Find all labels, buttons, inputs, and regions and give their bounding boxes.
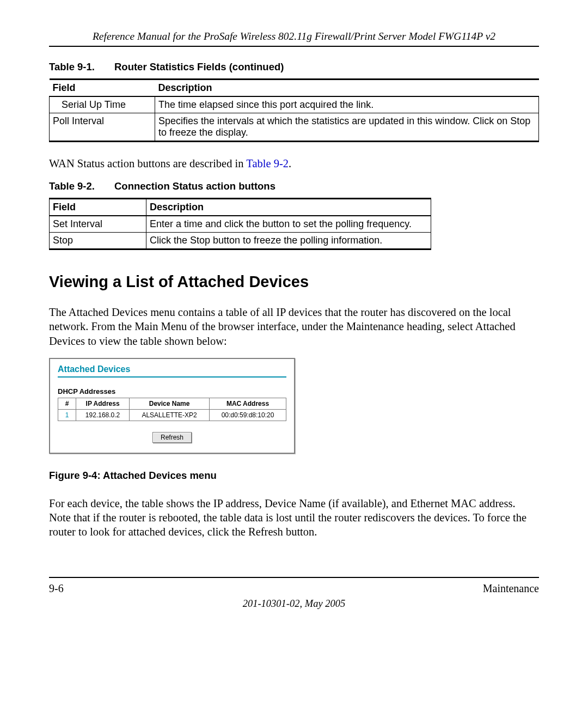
figure-9-4-caption: Figure 9-4: Attached Devices menu [49,469,539,482]
refresh-button[interactable]: Refresh [152,432,192,443]
footer-docnum: 201-10301-02, May 2005 [49,598,539,610]
col-ip: IP Address [76,398,130,409]
footer-chapter: Maintenance [483,582,539,595]
attached-devices-rule [58,376,286,378]
cell-name: ALSALLETTE-XP2 [130,409,210,421]
footer-page-number: 9-6 [49,582,64,595]
table-row: 1 192.168.0.2 ALSALLETTE-XP2 00:d0:59:d8… [58,409,286,421]
header-rule [49,46,539,47]
table-9-1-col-field: Field [50,80,155,97]
cell-desc: The time elapsed since this port acquire… [155,96,539,113]
paragraph-wan-status: WAN Status action buttons are described … [49,156,539,171]
cell-field: Serial Up Time [50,96,155,113]
cell-desc: Click the Stop button to freeze the poll… [146,233,431,249]
table-9-2: Field Description Set Interval Enter a t… [49,198,431,250]
attached-devices-table: # IP Address Device Name MAC Address 1 1… [58,398,286,421]
cell-desc: Specifies the intervals at which the sta… [155,113,539,142]
cell-field: Poll Interval [50,113,155,142]
text: WAN Status action buttons are described … [49,157,246,169]
page-footer: 9-6 Maintenance 201-10301-02, May 2005 [49,577,539,610]
section-heading: Viewing a List of Attached Devices [49,273,539,291]
cell-desc: Enter a time and click the button to set… [146,216,431,233]
cell-field: Stop [50,233,146,249]
table-9-1-caption: Table 9-1.Router Statistics Fields (cont… [49,61,539,73]
table-9-1-caption-title: Router Statistics Fields (continued) [114,61,284,72]
link-table-9-2[interactable]: Table 9-2 [246,157,289,169]
cell-ip: 192.168.0.2 [76,409,130,421]
table-9-1-caption-label: Table 9-1. [49,61,95,72]
table-9-2-caption-title: Connection Status action buttons [114,180,275,192]
table-row: Poll Interval Specifies the intervals at… [50,113,539,142]
table-row: Set Interval Enter a time and click the … [50,216,431,233]
attached-devices-title: Attached Devices [58,364,286,374]
footer-rule [49,577,539,578]
col-mac: MAC Address [210,398,286,409]
cell-mac: 00:d0:59:d8:10:20 [210,409,286,421]
cell-field: Set Interval [50,216,146,233]
attached-devices-screenshot: Attached Devices DHCP Addresses # IP Add… [49,358,295,454]
col-num: # [58,398,76,409]
table-row: Stop Click the Stop button to freeze the… [50,233,431,249]
paragraph-attached-post: For each device, the table shows the IP … [49,496,539,539]
attached-devices-subtitle: DHCP Addresses [58,387,286,395]
table-row: Serial Up Time The time elapsed since th… [50,96,539,113]
text: . [289,157,291,169]
paragraph-attached-intro: The Attached Devices menu contains a tab… [49,305,539,348]
running-head: Reference Manual for the ProSafe Wireles… [49,31,539,42]
table-9-2-caption-label: Table 9-2. [49,180,95,192]
table-9-2-col-desc: Description [146,199,431,216]
table-9-2-col-field: Field [50,199,146,216]
table-9-1-col-desc: Description [155,80,539,97]
col-name: Device Name [130,398,210,409]
cell-num: 1 [58,409,76,421]
table-9-2-caption: Table 9-2.Connection Status action butto… [49,180,539,192]
table-9-1: Field Description Serial Up Time The tim… [49,78,539,142]
